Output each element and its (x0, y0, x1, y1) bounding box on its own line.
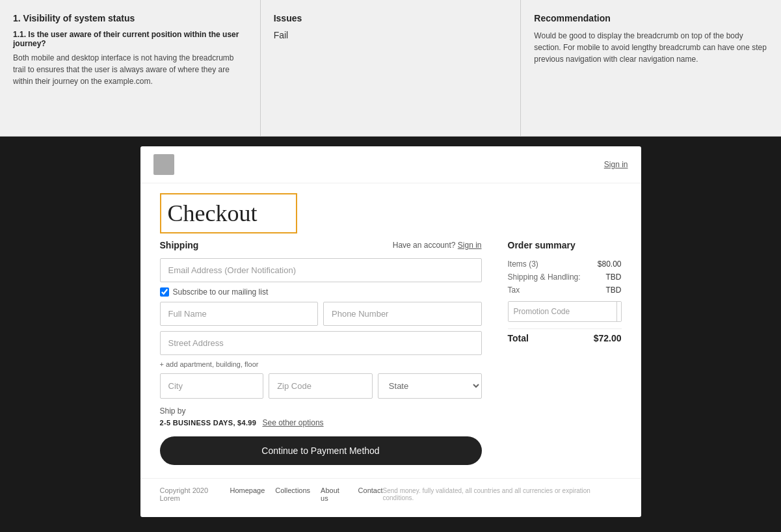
shipping-label: Shipping (160, 240, 199, 250)
order-summary: Order summary Items (3) $80.00 Shipping … (508, 240, 622, 465)
total-row: Total $72.00 (508, 328, 622, 343)
tax-row: Tax TBD (508, 286, 622, 295)
subscribe-row: Subscribe to our mailing list (160, 287, 482, 297)
city-field[interactable] (160, 373, 264, 399)
form-sign-in-link[interactable]: Sign in (458, 241, 482, 250)
tax-value: TBD (606, 286, 622, 295)
total-label: Total (508, 333, 529, 343)
panel-visibility: 1. Visibility of system status 1.1. Is t… (0, 0, 261, 136)
items-row: Items (3) $80.00 (508, 259, 622, 269)
footer-link-contact[interactable]: Contact (358, 486, 383, 502)
items-value: $80.00 (598, 259, 622, 269)
checkout-footer: Copyright 2020 Lorem Homepage Collection… (140, 478, 641, 510)
footer-links: Homepage Collections About us Contact (230, 486, 382, 502)
promo-row: Apply (508, 301, 622, 322)
panel3-text: Would be good to display the breadcrumb … (534, 30, 768, 65)
email-field[interactable] (160, 258, 482, 282)
add-apt-link[interactable]: + add apartment, building, floor (160, 360, 482, 368)
checkout-title-area: Checkout (140, 183, 641, 240)
fullname-field[interactable] (160, 302, 319, 326)
panel1-text: Both mobile and desktop interface is not… (13, 52, 247, 87)
checkout-body: Shipping Have an account? Sign in Subscr… (140, 240, 641, 478)
subscribe-checkbox[interactable] (160, 287, 169, 297)
promo-code-input[interactable] (509, 302, 616, 321)
phone-field[interactable] (323, 302, 482, 326)
state-select[interactable]: State ALAKAZCA COFLGANY TXWA (378, 373, 482, 399)
subscribe-label: Subscribe to our mailing list (173, 287, 269, 297)
copyright: Copyright 2020 Lorem (160, 486, 230, 502)
footer-right-text: Send money. fully validated, all countri… (383, 487, 622, 501)
footer-link-about[interactable]: About us (321, 486, 347, 502)
ship-by-label: Ship by (160, 406, 482, 416)
panel3-title: Recommendation (534, 13, 768, 23)
footer-link-collections[interactable]: Collections (275, 486, 310, 502)
shipping-form: Shipping Have an account? Sign in Subscr… (160, 240, 482, 465)
zip-field[interactable] (269, 373, 373, 399)
street-address-field[interactable] (160, 331, 482, 355)
have-account-text: Have an account? Sign in (393, 241, 482, 250)
panel1-title: 1. Visibility of system status (13, 13, 247, 23)
shipping-row: Shipping & Handling: TBD (508, 273, 622, 282)
total-value: $72.00 (594, 333, 622, 343)
panel1-subtitle: 1.1. Is the user aware of their current … (13, 30, 247, 48)
continue-button[interactable]: Continue to Payment Method (160, 436, 482, 465)
panel-recommendation: Recommendation Would be good to display … (521, 0, 781, 136)
header-sign-in-link[interactable]: Sign in (604, 160, 628, 169)
panel-issues: Issues Fail (261, 0, 522, 136)
see-other-options-link[interactable]: See other options (262, 418, 323, 427)
shipping-header: Shipping Have an account? Sign in (160, 240, 482, 250)
shipping-handling-value: TBD (606, 273, 622, 282)
top-panels: 1. Visibility of system status 1.1. Is t… (0, 0, 781, 137)
logo (153, 154, 174, 175)
checkout-window: Sign in Checkout Shipping Have an accoun… (140, 146, 641, 517)
panel2-title: Issues (274, 13, 508, 23)
checkout-title: Checkout (160, 193, 298, 233)
panel2-status: Fail (274, 30, 508, 40)
checkout-header: Sign in (140, 146, 641, 183)
ship-by-value: 2-5 BUSINESS DAYS, $4.99 See other optio… (160, 418, 482, 427)
main-area: Sign in Checkout Shipping Have an accoun… (0, 137, 781, 527)
apply-promo-button[interactable]: Apply (616, 302, 622, 321)
footer-link-homepage[interactable]: Homepage (230, 486, 265, 502)
shipping-handling-label: Shipping & Handling: (508, 273, 581, 282)
tax-label: Tax (508, 286, 520, 295)
order-summary-title: Order summary (508, 240, 622, 250)
items-label: Items (3) (508, 259, 538, 269)
name-phone-row (160, 302, 482, 326)
city-zip-state-row: State ALAKAZCA COFLGANY TXWA (160, 373, 482, 399)
